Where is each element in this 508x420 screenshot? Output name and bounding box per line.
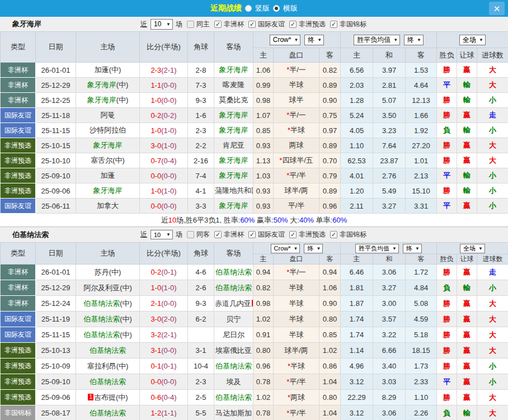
- odds-company-select[interactable]: Crow*▼: [271, 244, 300, 253]
- team-cell: 象牙海岸: [214, 108, 253, 123]
- handicap-cell: 半球: [274, 327, 319, 343]
- mean-odds-cell: 6.66: [373, 343, 406, 358]
- odds-stage-select[interactable]: 终▼: [304, 35, 324, 45]
- summary-line: 近10场,胜6平3负1, 胜率:60% 赢率:50% 大:40% 单率:60%: [0, 214, 508, 226]
- team-cell: 伯基纳法索: [214, 358, 253, 374]
- competition-type-cell: 非洲杯: [1, 296, 36, 312]
- check-icon: ✓: [250, 232, 255, 238]
- cat-qualifier-checkbox[interactable]: ✓: [289, 231, 297, 238]
- team-cell: 加蓬: [76, 168, 140, 183]
- match-count-select[interactable]: 10▼: [150, 19, 173, 30]
- team-cell: 马达加斯加: [214, 405, 253, 420]
- mean-odds-cell: 1.10: [406, 390, 437, 405]
- mean-odds-cell: 6.46: [341, 265, 373, 280]
- near-link[interactable]: 近: [140, 230, 147, 239]
- check-icon: ✓: [331, 21, 336, 27]
- score-cell: 1-2(1-1): [140, 405, 188, 420]
- games-label: 场: [176, 20, 182, 29]
- odds-company-select[interactable]: Crow*▼: [270, 35, 301, 45]
- score-cell: 3-0(2-0): [140, 312, 188, 327]
- cat-africa-cup-checkbox[interactable]: ✓: [214, 21, 222, 28]
- fulltime-select[interactable]: 全场▼: [459, 35, 486, 45]
- vertical-layout-radio[interactable]: [245, 5, 252, 12]
- match-count-select[interactable]: 10▼: [150, 230, 173, 239]
- sub-goals: 进球数: [477, 254, 508, 265]
- near-link[interactable]: 近: [140, 20, 147, 29]
- horizontal-layout-radio[interactable]: [273, 5, 280, 12]
- close-icon: ✕: [493, 4, 501, 13]
- away-odds-cell: 0.89: [319, 183, 341, 199]
- date-cell: 25-09-10: [36, 374, 76, 390]
- same-venue-label: 同客: [196, 230, 210, 239]
- mean-odds-cell: 1.74: [341, 312, 373, 327]
- corner-cell: 2-3: [188, 123, 214, 138]
- odds-stage-select[interactable]: 终▼: [304, 244, 323, 253]
- wdl-result-cell: 勝: [437, 138, 457, 153]
- col-corner: 角球: [188, 243, 214, 265]
- vertical-layout-label[interactable]: 竖版: [255, 3, 270, 13]
- home-odds-cell: 1.02: [253, 390, 274, 405]
- same-venue-checkbox[interactable]: [187, 231, 194, 238]
- mean-odds-select[interactable]: 胜平负均值▼: [355, 244, 399, 253]
- cat-chan-checkbox[interactable]: ✓: [330, 21, 337, 28]
- match-row: 非洲预选25-09-10加蓬0-0(0-0)7-4象牙海岸1.03*平/半0.7…: [1, 168, 508, 183]
- handicap-result-cell: 贏: [457, 327, 477, 343]
- cat-friendly-checkbox[interactable]: ✓: [248, 231, 256, 238]
- sub-mean-home: 主: [341, 254, 373, 265]
- cat-africa-cup-label: 非洲杯: [224, 20, 244, 29]
- handicap-cell: 半球: [274, 280, 319, 296]
- handicap-cell: 两球: [274, 138, 319, 153]
- close-button[interactable]: ✕: [489, 2, 505, 15]
- sub-away-odds: 客: [319, 48, 341, 63]
- mean-odds-cell: 2.03: [341, 78, 373, 93]
- team-cell: 1吉布提(中): [76, 390, 140, 405]
- score-cell: 3-0(1-0): [140, 138, 188, 153]
- team-cell: 象牙海岸(中): [76, 93, 140, 108]
- corner-cell: 9-3: [188, 93, 214, 108]
- same-venue-checkbox[interactable]: [187, 21, 194, 28]
- date-cell: 25-12-29: [36, 280, 76, 296]
- check-icon: ✓: [290, 232, 295, 238]
- score-cell: 0-0(0-0): [140, 168, 188, 183]
- matches-table-away: 类型 日期 主场 比分(半场) 角球 客场 Crow*▼ 终▼ 胜平负均: [0, 242, 508, 420]
- match-row: 非洲预选25-10-10塞舌尔(中)0-7(0-4)2-16象牙海岸1.13*四…: [1, 153, 508, 168]
- team-cell: 加拿大: [76, 199, 140, 214]
- cat-chan-checkbox[interactable]: ✓: [330, 231, 337, 238]
- fulltime-select[interactable]: 全场▼: [460, 244, 485, 253]
- goals-result-cell: 大: [477, 63, 508, 78]
- sub-home-odds: 主: [253, 254, 274, 265]
- competition-type-cell: 非洲预选: [1, 343, 36, 358]
- horizontal-layout-label[interactable]: 横版: [283, 3, 298, 13]
- handicap-cell: *两球: [274, 390, 319, 405]
- goals-result-cell: 大: [477, 327, 508, 343]
- wdl-result-cell: 負: [437, 123, 457, 138]
- cat-africa-cup-checkbox[interactable]: ✓: [214, 231, 222, 238]
- team-cell: 埃塞俄比亚: [214, 343, 253, 358]
- mean-odds-cell: 1.53: [406, 63, 437, 78]
- match-row: 非洲预选25-09-061吉布提(中)0-6(0-4)2-5伯基纳法索1.02*…: [1, 390, 508, 405]
- mean-stage-select[interactable]: 终▼: [404, 35, 424, 45]
- chevron-down-icon: ▼: [294, 246, 298, 251]
- home-odds-cell: 0.98: [253, 296, 274, 312]
- chevron-down-icon: ▼: [294, 37, 298, 43]
- cat-friendly-checkbox[interactable]: ✓: [248, 21, 256, 28]
- competition-type-cell: 非国锦标: [1, 405, 36, 420]
- mean-odds-select[interactable]: 胜平负均值▼: [354, 35, 400, 45]
- cat-qualifier-checkbox[interactable]: ✓: [289, 21, 297, 28]
- away-odds-cell: 0.86: [319, 358, 341, 374]
- competition-type-cell: 非洲预选: [1, 138, 36, 153]
- cat-chan-label: 非国锦标: [340, 20, 366, 29]
- section-away-team: 伯基纳法索 近 10▼ 场 同客 ✓ 非洲杯 ✓ 国际友谊 ✓ 非洲预选 ✓ 非…: [0, 226, 508, 420]
- team-name: 象牙海岸: [12, 19, 41, 29]
- competition-type-cell: 国际友谊: [1, 108, 36, 123]
- mean-odds-cell: 3.12: [341, 405, 373, 420]
- away-odds-cell: 0.96: [319, 199, 341, 214]
- goals-result-cell: 大: [477, 153, 508, 168]
- mean-odds-cell: 7.64: [373, 138, 406, 153]
- team-cell: 伯基纳法索: [214, 390, 253, 405]
- corner-cell: 7-3: [188, 78, 214, 93]
- home-odds-cell: 0.78: [253, 374, 274, 390]
- mean-odds-cell: 27.20: [406, 138, 437, 153]
- handicap-result-cell: 贏: [457, 199, 477, 214]
- mean-stage-select[interactable]: 终▼: [403, 244, 422, 253]
